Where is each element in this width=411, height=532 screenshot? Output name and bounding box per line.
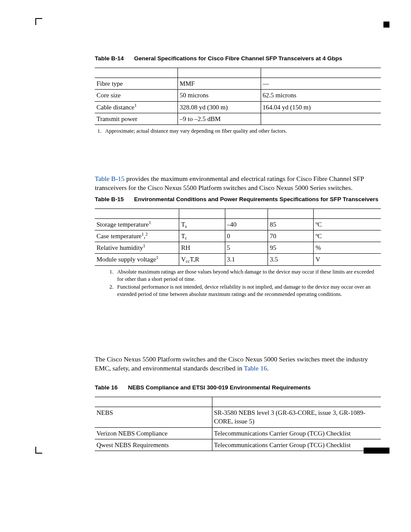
table-row: Fibre typeMMF— — [95, 78, 381, 90]
table-row: Storage temperature1Ts–4085ºC — [95, 218, 381, 230]
crop-mark-tr — [383, 22, 389, 28]
cell-unit: ºC — [314, 218, 381, 230]
crop-mark-tl — [35, 18, 42, 25]
cell-unit: ºC — [314, 230, 381, 242]
table-16-caption: Table 16 NEBS Compliance and ETSI 300-01… — [95, 384, 381, 391]
table-row: Transmit power–9 to –2.5 dBM — [95, 113, 381, 124]
cell-value: SR-3580 NEBS level 3 (GR-63-CORE, issue … — [212, 407, 381, 428]
table-b14-footnotes: 1.Approximate; actual distance may vary … — [95, 128, 381, 135]
table-row: Module supply voltage1VccT,R3.13.5V — [95, 254, 381, 265]
table-b14-caption: Table B-14 General Specifications for Ci… — [95, 55, 381, 62]
cell-min: 5 — [225, 242, 268, 254]
table-row: Cable distance1328.08 yd (300 m)164.04 y… — [95, 101, 381, 113]
table-b14-section: Table B-14 General Specifications for Ci… — [95, 55, 381, 135]
crop-mark-bl — [35, 447, 42, 454]
table-b15-section: Table B-15 Environmental Conditions and … — [95, 196, 381, 299]
table-b15-title: Environmental Conditions and Power Requi… — [134, 196, 381, 202]
cell-min: 0 — [225, 230, 268, 242]
cell-value: Telecommunications Carrier Group (TCG) C… — [212, 427, 381, 439]
table-b14-title: General Specifications for Cisco Fibre C… — [134, 55, 381, 62]
crop-mark-br — [364, 448, 389, 454]
para-before-b15-text: provides the maximum environmental and e… — [95, 175, 364, 191]
table-16-number: Table 16 — [95, 384, 118, 391]
table-b15-caption: Table B-15 Environmental Conditions and … — [95, 196, 381, 202]
para-before-16: The Cisco Nexus 5500 Platform switches a… — [95, 355, 381, 373]
para-before-b15: Table B-15 provides the maximum environm… — [95, 174, 381, 193]
link-table-b15[interactable]: Table B-15 — [95, 175, 125, 182]
cell-value: 328.08 yd (300 m) — [178, 101, 261, 113]
table-16: NEBSSR-3580 NEBS level 3 (GR-63-CORE, is… — [95, 397, 381, 451]
cell-symbol: Tc — [179, 230, 225, 242]
table-row: Relative humidity1RH595% — [95, 242, 381, 254]
table-b14: Fibre typeMMF—Core size50 microns62.5 mi… — [95, 68, 381, 125]
para-before-16-text-b: . — [267, 364, 269, 372]
cell-value: 50 microns — [178, 90, 261, 101]
table-row: Core size50 microns62.5 microns — [95, 90, 381, 101]
cell-param: Case temperature1,2 — [95, 230, 179, 242]
footnote: 1.Approximate; actual distance may vary … — [97, 128, 381, 135]
footnote: 1.Absolute maximum ratings are those val… — [109, 268, 381, 283]
table-row: NEBSSR-3580 NEBS level 3 (GR-63-CORE, is… — [95, 407, 381, 428]
footnote: 2.Functional performance is not intended… — [109, 283, 381, 298]
cell-value — [261, 113, 381, 124]
table-16-title: NEBS Compliance and ETSI 300-019 Environ… — [128, 384, 381, 391]
cell-max: 95 — [268, 242, 314, 254]
table-b15-number: Table B-15 — [95, 196, 124, 202]
cell-param: Fibre type — [95, 78, 178, 90]
cell-param: Core size — [95, 90, 178, 101]
cell-param: Relative humidity1 — [95, 242, 179, 254]
cell-value: Telecommunications Carrier Group (TCG) C… — [212, 439, 381, 451]
cell-unit: % — [314, 242, 381, 254]
table-row: Verizon NEBS ComplianceTelecommunication… — [95, 427, 381, 439]
cell-param: Cable distance1 — [95, 101, 178, 113]
cell-max: 3.5 — [268, 254, 314, 265]
cell-unit: V — [314, 254, 381, 265]
cell-value: 62.5 microns — [261, 90, 381, 101]
para-before-16-text-a: The Cisco Nexus 5500 Platform switches a… — [95, 355, 368, 372]
cell-param: Module supply voltage1 — [95, 254, 179, 265]
table-b15-footnotes: 1.Absolute maximum ratings are those val… — [107, 268, 381, 299]
cell-value: –9 to –2.5 dBM — [178, 113, 261, 124]
cell-symbol: RH — [179, 242, 225, 254]
table-row: Qwest NEBS RequirementsTelecommunication… — [95, 439, 381, 451]
cell-param: Transmit power — [95, 113, 178, 124]
table-b14-number: Table B-14 — [95, 55, 124, 62]
table-row: Case temperature1,2Tc070ºC — [95, 230, 381, 242]
cell-param: Verizon NEBS Compliance — [95, 427, 212, 439]
cell-min: –40 — [225, 218, 268, 230]
table-b15: Storage temperature1Ts–4085ºCCase temper… — [95, 208, 381, 266]
cell-min: 3.1 — [225, 254, 268, 265]
cell-value: — — [261, 78, 381, 90]
link-table-16[interactable]: Table 16 — [244, 364, 267, 372]
cell-symbol: Ts — [179, 218, 225, 230]
cell-max: 70 — [268, 230, 314, 242]
cell-max: 85 — [268, 218, 314, 230]
cell-value: MMF — [178, 78, 261, 90]
cell-symbol: VccT,R — [179, 254, 225, 265]
cell-param: NEBS — [95, 407, 212, 428]
cell-value: 164.04 yd (150 m) — [261, 101, 381, 113]
cell-param: Storage temperature1 — [95, 218, 179, 230]
cell-param: Qwest NEBS Requirements — [95, 439, 212, 451]
table-16-section: Table 16 NEBS Compliance and ETSI 300-01… — [95, 384, 381, 451]
